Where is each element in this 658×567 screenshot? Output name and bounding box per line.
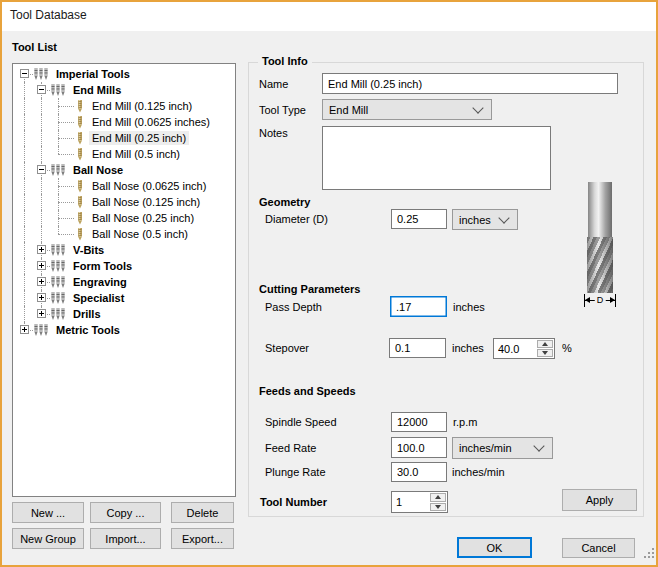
diameter-label: Diameter (D) — [265, 209, 328, 229]
drill-bit-icon — [74, 116, 86, 129]
diameter-input[interactable] — [391, 209, 447, 229]
notes-textarea[interactable] — [322, 126, 551, 190]
pass-depth-units: inches — [453, 296, 485, 317]
arrow-down-icon — [542, 351, 548, 355]
tree-item[interactable]: Specialist — [16, 290, 235, 306]
tree-item[interactable]: End Mills — [16, 82, 235, 98]
tree-connector — [50, 210, 74, 226]
tool-number-input[interactable] — [392, 492, 429, 512]
feed-rate-units-select[interactable]: inches/min — [452, 437, 553, 459]
tree-item[interactable]: Ball Nose (0.0625 inch) — [16, 178, 235, 194]
resize-grip-icon[interactable] — [644, 548, 656, 560]
tree-item-label: Engraving — [70, 275, 130, 289]
spin-up-button[interactable] — [430, 493, 446, 502]
tree-item-label: Form Tools — [70, 259, 135, 273]
stepover-percent-input[interactable] — [494, 339, 536, 358]
tree-guide-line — [16, 82, 33, 98]
tree-item[interactable]: Drills — [16, 306, 235, 322]
stepover-percent-stepper[interactable] — [493, 338, 555, 359]
tree-item[interactable]: Ball Nose — [16, 162, 235, 178]
tree-connector — [33, 162, 50, 178]
export-button[interactable]: Export... — [171, 528, 234, 549]
stepover-percent-sign: % — [562, 338, 572, 358]
feed-rate-input[interactable] — [391, 437, 447, 458]
delete-button[interactable]: Delete — [171, 502, 234, 523]
tree-guide-line — [33, 130, 50, 146]
plunge-rate-input[interactable] — [391, 462, 447, 482]
plus-box-icon[interactable] — [37, 245, 46, 254]
stepover-units: inches — [452, 338, 484, 358]
drill-bit-icon — [74, 100, 86, 113]
tree-item[interactable]: Ball Nose (0.125 inch) — [16, 194, 235, 210]
tree-item[interactable]: Engraving — [16, 274, 235, 290]
stepover-input[interactable] — [389, 338, 446, 358]
tree-item[interactable]: Form Tools — [16, 258, 235, 274]
tree-guide-line — [33, 194, 50, 210]
tree-item[interactable]: End Mill (0.25 inch) — [16, 130, 235, 146]
tool-number-stepper[interactable] — [391, 491, 448, 513]
tree-connector — [33, 274, 50, 290]
plunge-rate-label: Plunge Rate — [265, 462, 326, 482]
plus-box-icon[interactable] — [37, 293, 46, 302]
tree-item[interactable]: Ball Nose (0.25 inch) — [16, 210, 235, 226]
tree-item[interactable]: End Mill (0.0625 inches) — [16, 114, 235, 130]
tree-item[interactable]: End Mill (0.125 inch) — [16, 98, 235, 114]
spindle-speed-input[interactable] — [391, 412, 447, 432]
minus-box-icon[interactable] — [20, 69, 29, 78]
ok-button[interactable]: OK — [457, 537, 532, 558]
spin-down-button[interactable] — [537, 349, 553, 357]
plus-box-icon[interactable] — [37, 309, 46, 318]
drill-bit-icon — [74, 212, 86, 225]
minus-box-icon[interactable] — [37, 85, 46, 94]
drill-bits-group-icon — [50, 84, 67, 97]
tool-type-select[interactable]: End Mill — [322, 99, 492, 120]
drill-bit-icon — [74, 148, 86, 161]
arrow-down-icon — [435, 505, 441, 509]
tree-item-label: Ball Nose (0.0625 inch) — [89, 179, 209, 193]
drill-bits-group-icon — [50, 244, 67, 257]
tree-connector — [16, 66, 33, 82]
tree-item[interactable]: Ball Nose (0.5 inch) — [16, 226, 235, 242]
diameter-units-select[interactable]: inches — [452, 209, 518, 230]
tree-item[interactable]: V-Bits — [16, 242, 235, 258]
plus-box-icon[interactable] — [37, 261, 46, 270]
tree-guide-line — [16, 274, 33, 290]
tree-item[interactable]: Metric Tools — [16, 322, 235, 338]
tree-item-label: V-Bits — [70, 243, 107, 257]
tree-connector — [50, 130, 74, 146]
tree-item[interactable]: Imperial Tools — [16, 66, 235, 82]
tree-item-label: Drills — [70, 307, 104, 321]
title-bar: Tool Database — [0, 0, 658, 31]
tree-connector — [33, 242, 50, 258]
cancel-button[interactable]: Cancel — [562, 538, 635, 558]
copy-tool-button[interactable]: Copy ... — [90, 502, 161, 523]
tree-item-label: End Mills — [70, 83, 124, 97]
new-group-button[interactable]: New Group — [12, 528, 84, 549]
drill-bits-group-icon — [50, 260, 67, 273]
tree-item-label: End Mill (0.25 inch) — [89, 131, 189, 145]
drill-bits-group-icon — [33, 68, 50, 81]
spin-up-button[interactable] — [537, 340, 553, 348]
tree-item-label: Ball Nose (0.25 inch) — [89, 211, 197, 225]
minus-box-icon[interactable] — [37, 165, 46, 174]
drill-bits-group-icon — [33, 324, 50, 337]
tree-guide-line — [16, 242, 33, 258]
tool-tree[interactable]: Imperial ToolsEnd MillsEnd Mill (0.125 i… — [12, 63, 236, 497]
drill-bit-icon — [74, 180, 86, 193]
tree-guide-line — [33, 178, 50, 194]
plunge-rate-units: inches/min — [452, 462, 505, 482]
name-input[interactable] — [322, 73, 618, 94]
tree-guide-line — [16, 178, 33, 194]
tree-connector — [50, 146, 74, 162]
spin-down-button[interactable] — [430, 503, 446, 512]
import-button[interactable]: Import... — [90, 528, 161, 549]
plus-box-icon[interactable] — [20, 325, 29, 334]
tree-guide-line — [33, 114, 50, 130]
apply-button[interactable]: Apply — [562, 489, 637, 511]
plus-box-icon[interactable] — [37, 277, 46, 286]
feed-rate-label: Feed Rate — [265, 437, 316, 458]
tree-item[interactable]: End Mill (0.5 inch) — [16, 146, 235, 162]
tree-guide-line — [33, 210, 50, 226]
new-tool-button[interactable]: New ... — [12, 502, 84, 523]
pass-depth-input[interactable] — [390, 296, 447, 317]
